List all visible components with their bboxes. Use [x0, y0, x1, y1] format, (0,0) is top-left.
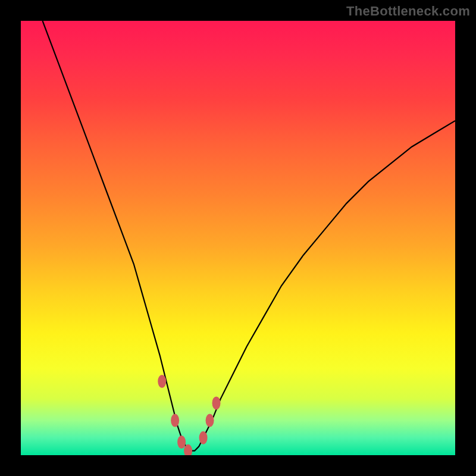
- curve-marker: [212, 396, 221, 409]
- plot-area: [21, 21, 455, 455]
- chart-frame: TheBottleneck.com: [0, 0, 476, 476]
- curve-marker: [171, 414, 179, 427]
- curve-marker: [177, 436, 186, 449]
- watermark-text: TheBottleneck.com: [346, 4, 470, 19]
- bottleneck-curve-svg: [21, 21, 455, 455]
- curve-marker: [199, 431, 208, 444]
- bottleneck-curve: [43, 21, 456, 451]
- curve-marker: [158, 375, 166, 388]
- curve-marker: [206, 414, 214, 427]
